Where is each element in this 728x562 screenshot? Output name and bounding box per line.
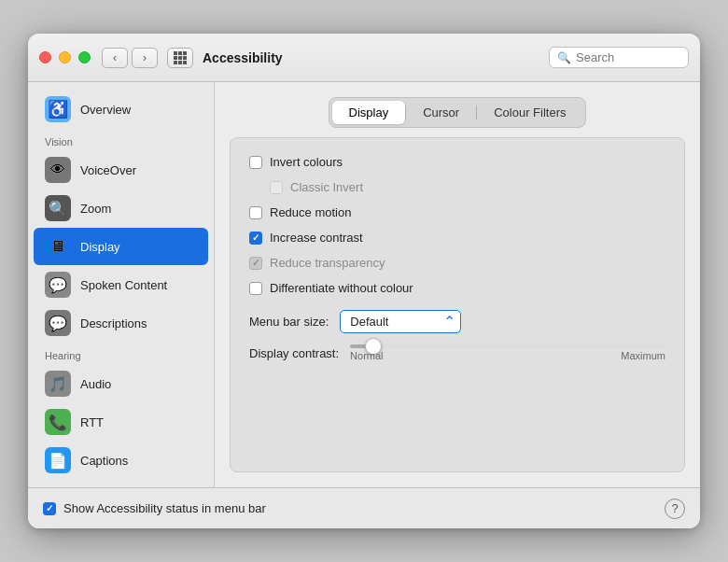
sidebar-item-label: Overview bbox=[80, 103, 131, 117]
slider-max-label: Maximum bbox=[621, 350, 665, 361]
display-contrast-label: Display contrast: bbox=[249, 346, 339, 360]
sidebar-item-label: Spoken Content bbox=[80, 278, 167, 292]
sidebar-item-voiceover[interactable]: 👁 VoiceOver bbox=[34, 151, 208, 189]
overview-icon: ♿ bbox=[45, 96, 71, 122]
sidebar-item-overview[interactable]: ♿ Overview bbox=[34, 91, 208, 128]
hearing-section-label: Hearing bbox=[28, 343, 214, 364]
nav-buttons: ‹ › bbox=[102, 48, 158, 68]
reduce-transparency-row: Reduce transparency bbox=[249, 254, 665, 272]
reduce-motion-checkbox[interactable] bbox=[249, 206, 262, 219]
titlebar: ‹ › Accessibility 🔍 bbox=[28, 34, 700, 82]
back-button[interactable]: ‹ bbox=[102, 48, 128, 68]
sidebar-item-label: Zoom bbox=[80, 202, 111, 216]
sidebar-item-rtt[interactable]: 📞 RTT bbox=[34, 403, 208, 441]
settings-area: Invert colours Classic Invert Reduce mot… bbox=[230, 137, 685, 472]
main-window: ‹ › Accessibility 🔍 ♿ Overview Vision bbox=[28, 34, 700, 528]
tab-colour-filters[interactable]: Colour Filters bbox=[477, 101, 582, 124]
reduce-transparency-checkbox[interactable] bbox=[249, 257, 262, 270]
classic-invert-row: Classic Invert bbox=[249, 178, 665, 196]
maximize-button[interactable] bbox=[78, 51, 91, 63]
invert-colours-checkbox[interactable] bbox=[249, 156, 262, 169]
slider-container: Normal Maximum bbox=[350, 344, 665, 361]
voiceover-icon: 👁 bbox=[45, 157, 71, 183]
show-accessibility-status-checkbox[interactable] bbox=[43, 502, 56, 515]
classic-invert-checkbox[interactable] bbox=[270, 181, 283, 194]
close-button[interactable] bbox=[39, 51, 51, 63]
invert-colours-label: Invert colours bbox=[270, 155, 343, 169]
captions-icon: 📄 bbox=[45, 447, 71, 473]
forward-button[interactable]: › bbox=[132, 48, 158, 68]
sidebar-item-label: Descriptions bbox=[80, 316, 147, 330]
tab-bar: Display Cursor Colour Filters bbox=[329, 97, 587, 128]
classic-invert-label: Classic Invert bbox=[290, 180, 363, 194]
increase-contrast-checkbox[interactable] bbox=[249, 232, 262, 245]
bottom-checkbox-row: Show Accessibility status in menu bar bbox=[43, 501, 665, 515]
differentiate-without-colour-label: Differentiate without colour bbox=[270, 281, 413, 295]
sidebar-item-label: Captions bbox=[80, 454, 128, 468]
sidebar: ♿ Overview Vision 👁 VoiceOver 🔍 Zoom 🖥 D… bbox=[28, 82, 215, 487]
differentiate-without-colour-checkbox[interactable] bbox=[249, 282, 262, 295]
vision-section-label: Vision bbox=[28, 129, 214, 150]
display-icon: 🖥 bbox=[45, 233, 71, 260]
tab-cursor[interactable]: Cursor bbox=[406, 101, 476, 124]
descriptions-icon: 💬 bbox=[45, 310, 71, 336]
tab-display[interactable]: Display bbox=[332, 101, 406, 124]
help-button[interactable]: ? bbox=[665, 499, 685, 519]
menu-bar-size-row: Menu bar size: Default Large ⌃ bbox=[249, 310, 665, 333]
search-input[interactable] bbox=[576, 50, 680, 64]
reduce-motion-row: Reduce motion bbox=[249, 204, 665, 221]
spoken-content-icon: 💬 bbox=[45, 272, 71, 298]
display-contrast-slider[interactable] bbox=[350, 344, 665, 348]
search-icon: 🔍 bbox=[557, 51, 571, 64]
zoom-icon: 🔍 bbox=[45, 195, 71, 221]
invert-colours-row: Invert colours bbox=[249, 153, 665, 171]
search-box[interactable]: 🔍 bbox=[549, 47, 689, 68]
sidebar-item-label: RTT bbox=[80, 415, 104, 429]
sidebar-item-captions[interactable]: 📄 Captions bbox=[34, 442, 208, 479]
sidebar-item-spoken-content[interactable]: 💬 Spoken Content bbox=[34, 266, 208, 303]
sidebar-item-zoom[interactable]: 🔍 Zoom bbox=[34, 190, 208, 227]
slider-min-label: Normal bbox=[350, 350, 383, 361]
right-panel: Display Cursor Colour Filters Invert col… bbox=[215, 82, 700, 487]
minimize-button[interactable] bbox=[59, 51, 71, 63]
sidebar-item-label: VoiceOver bbox=[80, 163, 136, 177]
increase-contrast-row: Increase contrast bbox=[249, 229, 665, 246]
grid-icon bbox=[174, 51, 187, 64]
menu-bar-size-select-wrapper: Default Large ⌃ bbox=[340, 310, 461, 333]
show-accessibility-status-label: Show Accessibility status in menu bar bbox=[63, 501, 266, 515]
menu-bar-size-label: Menu bar size: bbox=[249, 315, 329, 329]
increase-contrast-label: Increase contrast bbox=[270, 231, 363, 245]
slider-labels: Normal Maximum bbox=[350, 350, 665, 361]
menu-bar-size-select[interactable]: Default Large bbox=[340, 310, 461, 333]
differentiate-without-colour-row: Differentiate without colour bbox=[249, 279, 665, 297]
audio-icon: 🎵 bbox=[45, 371, 71, 397]
bottom-bar: Show Accessibility status in menu bar ? bbox=[28, 487, 700, 528]
traffic-lights bbox=[39, 51, 91, 63]
reduce-transparency-label: Reduce transparency bbox=[270, 256, 385, 270]
rtt-icon: 📞 bbox=[45, 409, 71, 435]
reduce-motion-label: Reduce motion bbox=[270, 205, 351, 219]
sidebar-item-label: Audio bbox=[80, 377, 111, 391]
window-title: Accessibility bbox=[203, 50, 549, 65]
sidebar-item-audio[interactable]: 🎵 Audio bbox=[34, 365, 208, 402]
display-contrast-row: Display contrast: Normal Maximum bbox=[249, 344, 665, 361]
sidebar-item-label: Display bbox=[80, 240, 120, 254]
sidebar-item-display[interactable]: 🖥 Display bbox=[34, 228, 208, 265]
main-content: ♿ Overview Vision 👁 VoiceOver 🔍 Zoom 🖥 D… bbox=[28, 82, 700, 487]
grid-view-button[interactable] bbox=[167, 48, 193, 68]
sidebar-item-descriptions[interactable]: 💬 Descriptions bbox=[34, 304, 208, 342]
